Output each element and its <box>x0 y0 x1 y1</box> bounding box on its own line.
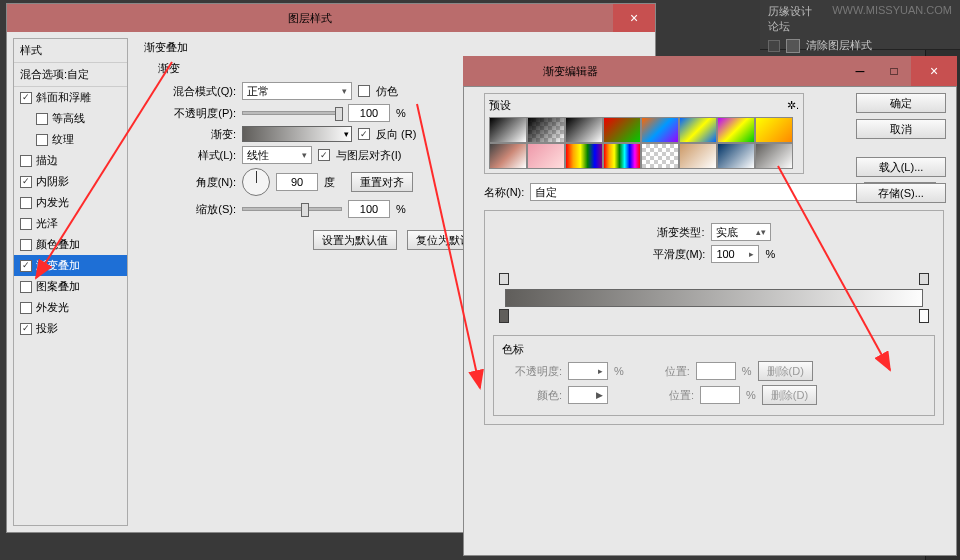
reverse-label: 反向 (R) <box>376 127 416 142</box>
checkbox-icon[interactable] <box>20 281 32 293</box>
preset-swatch[interactable] <box>565 117 603 143</box>
preset-swatch[interactable] <box>641 117 679 143</box>
chevron-down-icon: ▾ <box>342 86 347 96</box>
checkbox-icon <box>768 40 780 52</box>
sidebar-item-bevel[interactable]: 斜面和浮雕 <box>14 87 127 108</box>
stop-pos-label: 位置: <box>630 364 690 379</box>
layer-style-title: 图层样式 <box>7 11 613 26</box>
sidebar-head-blend[interactable]: 混合选项:自定 <box>14 63 127 87</box>
preset-swatch[interactable] <box>603 117 641 143</box>
sidebar-item-stroke[interactable]: 描边 <box>14 150 127 171</box>
gradient-editor-title: 渐变编辑器 <box>463 64 598 79</box>
maximize-icon[interactable]: □ <box>877 56 911 86</box>
sidebar-item-gradoverlay[interactable]: 渐变叠加 <box>14 255 127 276</box>
preset-swatch[interactable] <box>641 143 679 169</box>
preset-swatch[interactable] <box>603 143 641 169</box>
presets-group: 预设 ✲. <box>484 93 804 174</box>
scale-label: 缩放(S): <box>158 202 236 217</box>
preset-swatch[interactable] <box>489 117 527 143</box>
preset-swatch[interactable] <box>527 143 565 169</box>
checkbox-icon[interactable] <box>20 176 32 188</box>
style-select[interactable]: 线性▾ <box>242 146 312 164</box>
set-default-button[interactable]: 设置为默认值 <box>313 230 397 250</box>
deg-label: 度 <box>324 175 335 190</box>
reverse-checkbox[interactable] <box>358 128 370 140</box>
scale-slider[interactable] <box>242 207 342 211</box>
checkbox-icon[interactable] <box>20 239 32 251</box>
opacity-stop[interactable] <box>919 273 929 285</box>
color-stop[interactable] <box>919 309 929 323</box>
checkbox-icon[interactable] <box>20 197 32 209</box>
sidebar-item-satin[interactable]: 光泽 <box>14 213 127 234</box>
reset-align-button[interactable]: 重置对齐 <box>351 172 413 192</box>
layer-style-titlebar[interactable]: 图层样式 × <box>7 4 655 32</box>
gradient-editor-dialog: 预设 ✲. 确定 取消 载入(L)... 存储(S)... <box>463 86 957 556</box>
angle-input[interactable] <box>276 173 318 191</box>
preset-swatch[interactable] <box>527 117 565 143</box>
checkbox-icon[interactable] <box>20 323 32 335</box>
preset-swatch[interactable] <box>755 143 793 169</box>
delete-stop-button: 删除(D) <box>758 361 813 381</box>
sidebar-item-innershadow[interactable]: 内阴影 <box>14 171 127 192</box>
sidebar-head-styles[interactable]: 样式 <box>14 39 127 63</box>
sidebar-item-patternoverlay[interactable]: 图案叠加 <box>14 276 127 297</box>
pct-label: % <box>396 203 406 215</box>
checkbox-icon[interactable] <box>20 218 32 230</box>
preset-swatch[interactable] <box>565 143 603 169</box>
preset-swatch[interactable] <box>679 117 717 143</box>
angle-dial[interactable] <box>242 168 270 196</box>
gradient-preview[interactable]: ▾ <box>242 126 352 142</box>
cancel-button[interactable]: 取消 <box>856 119 946 139</box>
name-input[interactable] <box>530 183 858 201</box>
checkbox-icon[interactable] <box>36 134 48 146</box>
updown-icon: ▴▾ <box>756 227 766 237</box>
checkbox-icon[interactable] <box>20 260 32 272</box>
presets-label: 预设 <box>489 98 511 113</box>
preset-swatch[interactable] <box>489 143 527 169</box>
stop-pos-label: 位置: <box>634 388 694 403</box>
checkbox-icon[interactable] <box>20 302 32 314</box>
stops-label: 色标 <box>502 342 926 357</box>
chevron-down-icon: ▾ <box>344 129 349 139</box>
smooth-input[interactable]: 100▸ <box>711 245 759 263</box>
close-icon[interactable]: × <box>613 4 655 32</box>
sidebar-item-contour[interactable]: 等高线 <box>14 108 127 129</box>
dither-checkbox[interactable] <box>358 85 370 97</box>
save-button[interactable]: 存储(S)... <box>856 183 946 203</box>
minimize-icon[interactable]: – <box>843 56 877 86</box>
site-label: WWW.MISSYUAN.COM <box>832 4 952 34</box>
sidebar-item-coloroverlay[interactable]: 颜色叠加 <box>14 234 127 255</box>
scale-input[interactable] <box>348 200 390 218</box>
gradtype-label: 渐变类型: <box>657 225 704 240</box>
sidebar-item-dropshadow[interactable]: 投影 <box>14 318 127 339</box>
opacity-slider[interactable] <box>242 111 342 115</box>
ok-button[interactable]: 确定 <box>856 93 946 113</box>
checkbox-icon[interactable] <box>36 113 48 125</box>
color-stop[interactable] <box>499 309 509 323</box>
close-icon[interactable]: × <box>911 56 957 86</box>
sidebar-item-texture[interactable]: 纹理 <box>14 129 127 150</box>
preset-swatch[interactable] <box>717 143 755 169</box>
preset-swatch[interactable] <box>755 117 793 143</box>
blendmode-select[interactable]: 正常▾ <box>242 82 352 100</box>
preset-swatch[interactable] <box>717 117 755 143</box>
style-label: 样式(L): <box>158 148 236 163</box>
gradient-bar[interactable] <box>497 271 931 323</box>
sidebar-item-outerglow[interactable]: 外发光 <box>14 297 127 318</box>
clear-layer-style-item[interactable]: 清除图层样式 <box>768 38 952 53</box>
opacity-stop[interactable] <box>499 273 509 285</box>
gear-icon[interactable]: ✲. <box>787 99 799 112</box>
blendmode-label: 混合模式(Q): <box>158 84 236 99</box>
opacity-input[interactable] <box>348 104 390 122</box>
checkbox-icon[interactable] <box>20 92 32 104</box>
alignlayer-checkbox[interactable] <box>318 149 330 161</box>
load-button[interactable]: 载入(L)... <box>856 157 946 177</box>
gradient-preview-bar[interactable] <box>505 289 923 307</box>
sidebar-item-innerglow[interactable]: 内发光 <box>14 192 127 213</box>
preset-swatch[interactable] <box>679 143 717 169</box>
gradient-label: 渐变: <box>158 127 236 142</box>
gradient-editor-titlebar[interactable]: 渐变编辑器 – □ × <box>463 56 957 86</box>
checkbox-icon[interactable] <box>20 155 32 167</box>
app-header: 历缘设计论坛 WWW.MISSYUAN.COM 清除图层样式 <box>760 0 960 50</box>
gradtype-select[interactable]: 实底▴▾ <box>711 223 771 241</box>
